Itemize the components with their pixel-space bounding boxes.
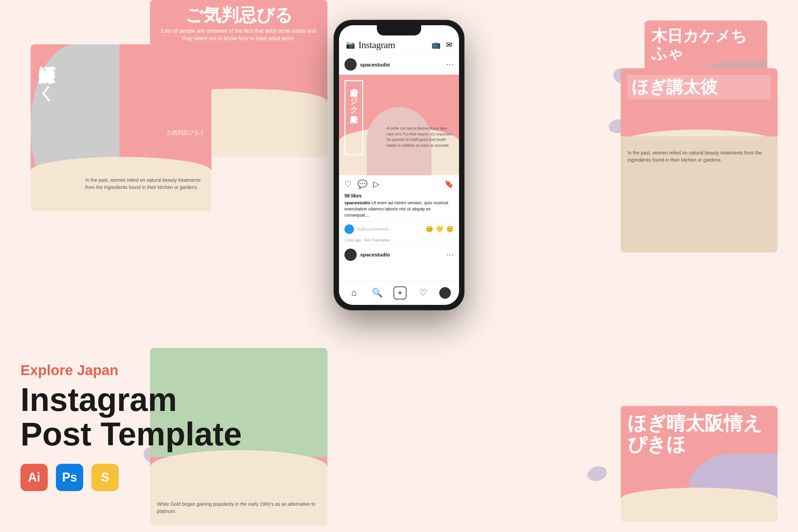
template-card-right-bot: ほぎ晴太阪情えぴきほ: [621, 406, 778, 522]
emoji-smile[interactable]: 😊: [426, 225, 433, 233]
jp-title-top-right: 木日カケメちふゃ: [651, 27, 760, 62]
jp-title-right-bot: ほぎ晴太阪情えぴきほ: [627, 413, 778, 455]
comment-box[interactable]: Add a comment... 😊 💛 🙂: [339, 221, 459, 237]
emoji-circle[interactable]: 🙂: [446, 225, 454, 233]
decorative-blob: [586, 464, 609, 483]
post-actions: ♡ 💬 ▷ 🔖: [339, 175, 459, 193]
comment-input[interactable]: Add a comment...: [357, 226, 422, 232]
phone-mockup: 📷 Instagram 📺 ✉ spacestudio ⋯: [334, 20, 464, 310]
phone-screen: 📷 Instagram 📺 ✉ spacestudio ⋯: [339, 25, 459, 305]
sketch-icon: S: [91, 464, 119, 491]
post-image-caption: A smile can last a lifetime if you take …: [387, 125, 454, 148]
phone-nav: ⌂ 🔍 + ♡: [339, 280, 459, 305]
camera-icon[interactable]: 📷: [346, 41, 355, 49]
post-avatar: [344, 58, 357, 71]
main-title: Instagram Post Template: [20, 383, 242, 452]
profile-nav-button[interactable]: [439, 287, 451, 299]
comment-avatar: [344, 224, 354, 234]
comment-emojis: 😊 💛 🙂: [426, 225, 454, 233]
small-text-left-mid: In the past, women relied on natural bea…: [85, 177, 205, 191]
bookmark-button[interactable]: 🔖: [444, 180, 454, 189]
template-card-right-mid: ほぎ講太彼 In the past, women relied on natur…: [621, 68, 778, 252]
app-icons: Ai Ps S: [20, 464, 242, 491]
explore-label: Explore Japan: [20, 362, 242, 379]
jp-title-right-mid: ほぎ講太彼: [627, 75, 771, 99]
header-icons: 📺 ✉: [431, 41, 452, 49]
post-caption: spacestudio Ut enim ad minim veniam, qui…: [339, 200, 459, 219]
post-actions-left: ♡ 💬 ▷: [344, 179, 379, 189]
search-nav-button[interactable]: 🔍: [370, 286, 384, 300]
template-card-left-mid: 供総帰ぼく さ紙判忌びるイ In the past, women relied …: [31, 44, 211, 211]
caption-username[interactable]: spacestudio: [344, 200, 370, 205]
comment-button[interactable]: 💬: [357, 179, 368, 189]
see-translation-link[interactable]: See Translation: [364, 238, 390, 242]
phone-notch: [377, 25, 421, 35]
jp-title-top-center: ご気判忌びる: [150, 3, 327, 27]
tv-icon[interactable]: 📺: [431, 41, 441, 49]
instagram-logo: Instagram: [358, 40, 395, 50]
post-header: spacestudio ⋯: [339, 54, 459, 75]
share-button[interactable]: ▷: [373, 179, 379, 189]
second-post-avatar: [344, 249, 357, 261]
small-text-right-mid: In the past, women relied on natural bea…: [627, 149, 771, 164]
second-more-options-button[interactable]: ⋯: [446, 251, 454, 258]
emoji-heart[interactable]: 💛: [436, 225, 443, 233]
phone-outer: 📷 Instagram 📺 ✉ spacestudio ⋯: [334, 20, 464, 310]
jp-vertical-left: 供総帰ぼく: [38, 55, 56, 92]
send-icon[interactable]: ✉: [446, 41, 452, 49]
like-button[interactable]: ♡: [344, 179, 352, 189]
post-image: 輪廻のジク緣繫 A smile can last a lifetime if y…: [339, 75, 459, 175]
home-nav-button[interactable]: ⌂: [347, 286, 361, 300]
subtitle-left-mid: さ紙判忌びるイ: [166, 129, 205, 136]
add-post-button[interactable]: +: [394, 286, 407, 299]
subtitle-top-center: Lots of people are unaware of the fact t…: [157, 27, 321, 43]
second-post-header: spacestudio ⋯: [339, 245, 459, 264]
photoshop-icon: Ps: [56, 464, 83, 491]
post-time: 1 day ago · See Translation: [339, 237, 459, 243]
bottom-left-section: Explore Japan Instagram Post Template Ai…: [20, 362, 242, 491]
post-likes: 58 likes: [339, 193, 459, 198]
illustrator-icon: Ai: [20, 464, 48, 491]
jp-text-box: 輪廻のジク緣繫: [344, 80, 363, 155]
heart-nav-button[interactable]: ♡: [416, 286, 430, 300]
second-post-username[interactable]: spacestudio: [360, 252, 390, 257]
post-username[interactable]: spacestudio: [360, 62, 390, 68]
bottom-text-center-bot: White Gold began gaining popularity in t…: [157, 501, 321, 515]
more-options-button[interactable]: ⋯: [446, 61, 454, 68]
